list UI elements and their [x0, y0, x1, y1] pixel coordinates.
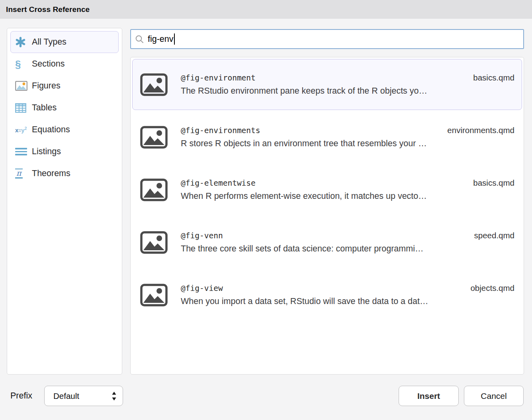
result-item-fig-environment[interactable]: @fig-environment basics.qmd The RStudio …	[132, 59, 522, 110]
sidebar-item-sections[interactable]: § Sections	[10, 53, 119, 75]
result-description: When you import a data set, RStudio will…	[181, 296, 514, 306]
sidebar-item-theorems[interactable]: π Theorems	[10, 163, 119, 184]
result-description: R stores R objects in an environment tre…	[181, 139, 514, 149]
table-icon	[15, 103, 32, 113]
result-file: basics.qmd	[473, 73, 514, 82]
image-icon	[140, 73, 168, 96]
prefix-label: Prefix	[10, 391, 32, 401]
image-icon	[140, 126, 168, 149]
search-input[interactable]: fig-env	[130, 29, 524, 49]
result-id: @fig-view	[181, 284, 223, 293]
result-item-fig-venn[interactable]: @fig-venn speed.qmd The three core skill…	[132, 217, 522, 268]
result-item-fig-environments[interactable]: @fig-environments environments.qmd R sto…	[132, 112, 522, 163]
result-id: @fig-elementwise	[181, 179, 256, 188]
image-icon	[140, 231, 168, 254]
result-file: objects.qmd	[470, 283, 514, 293]
result-file: environments.qmd	[447, 126, 514, 135]
result-item-fig-view[interactable]: @fig-view objects.qmd When you import a …	[132, 269, 522, 320]
listing-icon	[15, 148, 32, 155]
sidebar-item-label: All Types	[32, 37, 66, 47]
sidebar-item-figures[interactable]: Figures	[10, 75, 119, 97]
result-file: basics.qmd	[473, 178, 514, 188]
image-icon	[140, 284, 168, 306]
dropdown-stepper-icon	[111, 391, 117, 401]
figure-icon	[15, 81, 32, 91]
type-filter-sidebar: All Types § Sections Figures	[7, 28, 122, 375]
sidebar-item-label: Sections	[32, 59, 65, 69]
result-file: speed.qmd	[474, 231, 514, 240]
insert-cross-reference-dialog: Insert Cross Reference All Types § Secti…	[0, 0, 532, 420]
result-id: @fig-venn	[181, 231, 223, 240]
text-cursor	[174, 33, 175, 45]
asterisk-icon	[15, 37, 32, 47]
prefix-dropdown[interactable]: Default	[44, 386, 123, 406]
result-item-fig-elementwise[interactable]: @fig-elementwise basics.qmd When R perfo…	[132, 164, 522, 215]
sidebar-item-label: Tables	[32, 103, 57, 113]
sidebar-item-label: Theorems	[32, 169, 70, 179]
prefix-selected-value: Default	[53, 391, 79, 401]
sidebar-item-all-types[interactable]: All Types	[10, 31, 119, 53]
sidebar-item-label: Listings	[32, 147, 61, 157]
section-icon: §	[15, 59, 32, 69]
result-description: The RStudio environment pane keeps track…	[181, 86, 514, 96]
result-description: When R performs element-wise execution, …	[181, 191, 514, 201]
image-icon	[140, 179, 168, 201]
cross-reference-results-list: @fig-environment basics.qmd The RStudio …	[130, 57, 524, 375]
insert-button[interactable]: Insert	[399, 386, 459, 406]
dialog-titlebar: Insert Cross Reference	[0, 0, 532, 19]
sidebar-item-label: Equations	[32, 125, 70, 135]
result-id: @fig-environments	[181, 126, 260, 135]
search-icon	[135, 35, 144, 44]
search-query-text: fig-env	[148, 34, 174, 44]
result-description: The three core skill sets of data scienc…	[181, 244, 514, 254]
result-id: @fig-environment	[181, 73, 256, 82]
cancel-button[interactable]: Cancel	[464, 386, 524, 406]
sidebar-item-listings[interactable]: Listings	[10, 141, 119, 163]
sidebar-item-equations[interactable]: x=y2 Equations	[10, 119, 119, 141]
equation-icon: x=y2	[15, 127, 32, 133]
sidebar-item-label: Figures	[32, 81, 61, 91]
theorem-icon: π	[15, 169, 32, 179]
dialog-title: Insert Cross Reference	[6, 5, 90, 14]
sidebar-item-tables[interactable]: Tables	[10, 97, 119, 119]
